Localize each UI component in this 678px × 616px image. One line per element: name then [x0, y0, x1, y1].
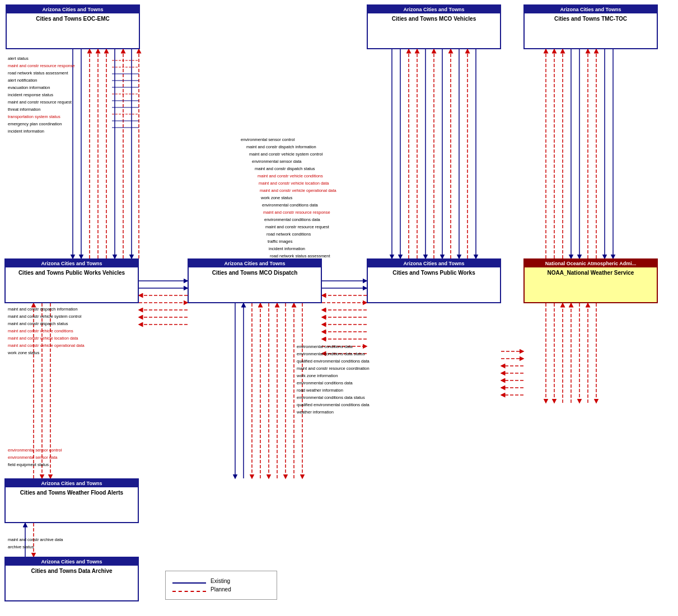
flow-label-pw-env-status: environmental conditions data status — [297, 351, 365, 356]
flow-label-pw-qual-env2: qualified environmental conditions data — [297, 402, 370, 407]
flow-label-maint-vehicle-cond: maint and constr vehicle conditions — [258, 173, 323, 178]
noaa-node: National Oceanic Atmospheric Admi... NOA… — [523, 258, 658, 303]
flow-label-pw-road-weather: road weather information — [297, 388, 343, 393]
eoc-emc-title: Cities and Towns EOC-EMC — [7, 13, 139, 24]
flow-label-transport-status: transportation system status — [8, 114, 60, 119]
flow-label-threat: threat information — [8, 107, 40, 112]
mco-vehicles-title: Cities and Towns MCO Vehicles — [368, 13, 500, 24]
flow-label-env-conditions2: environmental conditions data — [264, 217, 320, 222]
flow-label-maint-resource-resp2: maint and constr resource response — [263, 210, 330, 215]
flow-label-maint-vehicle-sys: maint and constr vehicle system control — [249, 152, 322, 157]
flow-label-env-sensor-data: environmental sensor data — [252, 159, 301, 164]
flow-label-maint-dispatch-status: maint and constr dispatch status — [255, 166, 315, 171]
flow-label-work-zone-status: work zone status — [261, 195, 292, 200]
flow-label-maint-vehicle-ops: maint and constr vehicle operational dat… — [260, 188, 336, 193]
mco-vehicles-header: Arizona Cities and Towns — [368, 6, 500, 13]
flow-label-env-sensor-ctrl: environmental sensor control — [241, 137, 294, 142]
public-works-node: Arizona Cities and Towns Cities and Town… — [367, 258, 501, 303]
mco-dispatch-header: Arizona Cities and Towns — [189, 260, 321, 267]
flow-label-maint-resource-response: maint and constr resource response — [8, 63, 75, 68]
flow-label-road-network-status: road network status assessment — [8, 70, 68, 76]
pw-vehicles-header: Arizona Cities and Towns — [6, 260, 138, 267]
weather-flood-title: Cities and Towns Weather Flood Alerts — [6, 487, 138, 498]
mco-vehicles-node: Arizona Cities and Towns Cities and Town… — [367, 4, 501, 49]
flow-label-pw-vehicle-cond: maint and constr vehicle conditions — [8, 328, 73, 333]
tmc-toc-header: Arizona Cities and Towns — [525, 6, 657, 13]
weather-flood-node: Arizona Cities and Towns Cities and Town… — [4, 478, 139, 523]
flow-label-pw-env-data: environmental conditions data — [297, 344, 353, 349]
pw-vehicles-title: Cities and Towns Public Works Vehicles — [6, 267, 138, 278]
legend-planned-label: Planned — [211, 586, 231, 593]
flow-label-traffic-images: traffic images — [268, 239, 292, 244]
mco-dispatch-title: Cities and Towns MCO Dispatch — [189, 267, 321, 278]
flow-label-incident-response: incident response status — [8, 92, 53, 97]
noaa-title: NOAA_National Weather Service — [525, 267, 657, 278]
legend: Existing Planned — [165, 571, 277, 600]
flow-label-alert-status: alert status — [8, 56, 29, 61]
flow-label-wf-env-sensor-data: environmental sensor data — [8, 455, 57, 460]
flow-label-wf-env-sensor-ctrl: environmental sensor control — [8, 448, 62, 453]
flow-label-pw-vehicle-sys: maint and constr vehicle system control — [8, 314, 81, 319]
flow-label-pw-vehicle-loc: maint and constr vehicle location data — [8, 336, 78, 341]
flow-label-pw-weather-info: weather information — [297, 410, 334, 415]
flow-label-pw-vehicle-ops: maint and constr vehicle operational dat… — [8, 343, 85, 348]
legend-existing-label: Existing — [211, 578, 230, 584]
flow-label-pw-maint-coord: maint and constr resource coordination — [297, 366, 370, 371]
flow-label-pw-dispatch-info: maint and constr dispatch information — [8, 307, 78, 312]
flow-label-pw-env-status2: environmental conditions data status — [297, 395, 365, 400]
flow-label-wf-field-equip: field equipment status — [8, 462, 49, 467]
tmc-toc-node: Arizona Cities and Towns Cities and Town… — [523, 4, 658, 49]
flow-label-pw-env-data2: environmental conditions data — [297, 380, 353, 385]
data-archive-title: Cities and Towns Data Archive — [6, 566, 138, 576]
flow-label-alert-notification: alert notification — [8, 78, 38, 83]
eoc-emc-header: Arizona Cities and Towns — [7, 6, 139, 13]
flow-label-pw-dispatch-status: maint and constr dispatch status — [8, 321, 68, 326]
eoc-emc-node: Arizona Cities and Towns Cities and Town… — [6, 4, 140, 49]
public-works-header: Arizona Cities and Towns — [368, 260, 500, 267]
weather-flood-header: Arizona Cities and Towns — [6, 479, 138, 487]
flow-label-maint-resource-req2: maint and constr resource request — [265, 224, 329, 229]
tmc-toc-title: Cities and Towns TMC-TOC — [525, 13, 657, 24]
flow-label-pw-work-zone-info: work zone information — [297, 373, 338, 378]
pw-vehicles-node: Arizona Cities and Towns Cities and Town… — [4, 258, 139, 303]
flow-label-maint-dispatch-info: maint and constr dispatch information — [246, 144, 316, 149]
flow-label-maint-vehicle-loc: maint and constr vehicle location data — [259, 181, 329, 186]
flow-label-env-conditions: environmental conditions data — [262, 203, 318, 208]
flow-label-evacuation: evacuation information — [8, 85, 50, 90]
flow-label-pw-qual-env: qualified environmental conditions data — [297, 359, 370, 364]
flow-label-road-network-cond: road network conditions — [266, 232, 311, 237]
mco-dispatch-node: Arizona Cities and Towns Cities and Town… — [188, 258, 322, 303]
data-archive-header: Arizona Cities and Towns — [6, 558, 138, 566]
public-works-title: Cities and Towns Public Works — [368, 267, 500, 278]
flow-label-emergency-plan: emergency plan coordination — [8, 121, 62, 126]
data-archive-node: Arizona Cities and Towns Cities and Town… — [4, 557, 139, 601]
flow-label-pw-work-zone: work zone status — [8, 350, 39, 355]
flow-label-incident-info2: incident information — [269, 246, 305, 251]
flow-label-da-archive-status: archive status — [8, 544, 34, 549]
flow-label-road-network-status2: road network status assessment — [270, 253, 330, 258]
noaa-header: National Oceanic Atmospheric Admi... — [525, 260, 657, 267]
flow-label-da-archive-data: maint and constr archive data — [8, 537, 63, 542]
flow-label-incident-info: incident information — [8, 129, 44, 134]
flow-label-maint-resource-req: maint and constr resource request — [8, 100, 72, 105]
